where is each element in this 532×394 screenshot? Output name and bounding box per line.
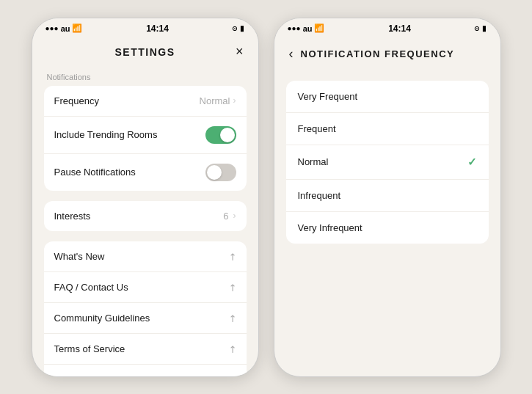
frequent-row[interactable]: Frequent: [286, 113, 489, 145]
interests-card: Interests 6 ›: [44, 201, 247, 231]
clock: 14:14: [146, 23, 169, 34]
clock-2: 14:14: [388, 23, 411, 34]
frequency-row[interactable]: Frequency Normal ›: [44, 86, 247, 117]
interests-value: 6 ›: [223, 211, 236, 222]
settings-header: SETTINGS ×: [32, 39, 258, 65]
community-label: Community Guidelines: [54, 313, 150, 324]
trending-label: Include Trending Rooms: [54, 129, 158, 140]
frequency-title: NOTIFICATION FREQUENCY: [301, 48, 455, 59]
frequency-value: Normal ›: [200, 95, 236, 106]
checkmark-icon: ✓: [467, 156, 477, 169]
signal-icon-2: ●●●: [288, 24, 301, 32]
settings-title: SETTINGS: [114, 46, 175, 58]
terms-row[interactable]: Terms of Service ↗: [44, 334, 247, 365]
toggle-knob-2: [207, 165, 222, 180]
faq-row[interactable]: FAQ / Contact Us ↗: [44, 272, 247, 303]
back-button[interactable]: ‹: [289, 46, 294, 62]
privacy-row[interactable]: Privacy Policy ↗: [44, 365, 247, 376]
pause-row[interactable]: Pause Notifications: [44, 154, 247, 191]
close-button[interactable]: ×: [236, 44, 244, 59]
status-bar-2: ●●● au 📶 14:14 ⊙ ▮: [274, 18, 500, 39]
signal-icon: ●●●: [45, 24, 59, 32]
pause-label: Pause Notifications: [54, 167, 136, 178]
status-right: ⊙ ▮: [232, 24, 244, 32]
terms-label: Terms of Service: [54, 343, 125, 354]
battery-icon: ▮: [240, 24, 244, 32]
settings-body: Notifications Frequency Normal › Include…: [32, 65, 258, 376]
carrier-label: au: [61, 24, 70, 33]
normal-row[interactable]: Normal ✓: [286, 145, 489, 180]
interests-row[interactable]: Interests 6 ›: [44, 201, 247, 231]
normal-label: Normal: [298, 156, 329, 167]
very-frequent-label: Very Frequent: [298, 91, 358, 102]
screen-record-icon-2: ⊙: [474, 25, 480, 32]
community-row[interactable]: Community Guidelines ↗: [44, 303, 247, 334]
wifi-icon-2: 📶: [314, 23, 324, 33]
screen-record-icon: ⊙: [232, 25, 238, 32]
battery-icon-2: ▮: [482, 24, 487, 32]
interests-count: 6: [223, 211, 228, 222]
notifications-label: Notifications: [47, 73, 247, 81]
carrier-label-2: au: [303, 24, 313, 33]
infrequent-label: Infrequent: [298, 190, 341, 201]
status-left: ●●● au 📶: [45, 23, 83, 33]
frequency-label: Frequency: [54, 95, 99, 106]
pause-toggle[interactable]: [205, 164, 236, 181]
external-link-icon-5: ↗: [225, 373, 238, 376]
status-right-2: ⊙ ▮: [474, 24, 487, 32]
faq-label: FAQ / Contact Us: [54, 282, 128, 293]
very-frequent-row[interactable]: Very Frequent: [286, 81, 489, 113]
frequency-body: Very Frequent Frequent Normal ✓ Infreque…: [274, 69, 500, 376]
whats-new-label: What's New: [54, 251, 105, 262]
frequency-header: ‹ NOTIFICATION FREQUENCY: [274, 39, 500, 69]
external-link-icon-2: ↗: [225, 280, 238, 293]
external-link-icon-3: ↗: [225, 311, 238, 324]
external-link-icon-1: ↗: [225, 249, 238, 263]
frequency-card: Very Frequent Frequent Normal ✓ Infreque…: [286, 81, 489, 244]
privacy-label: Privacy Policy: [54, 374, 114, 376]
whats-new-row[interactable]: What's New ↗: [44, 241, 247, 272]
very-infrequent-label: Very Infrequent: [298, 222, 362, 233]
notifications-card: Frequency Normal › Include Trending Room…: [44, 86, 247, 191]
frequency-current: Normal: [200, 95, 230, 106]
wifi-icon: 📶: [72, 23, 82, 33]
trending-row[interactable]: Include Trending Rooms: [44, 117, 247, 154]
frequent-label: Frequent: [298, 123, 336, 134]
status-bar: ●●● au 📶 14:14 ⊙ ▮: [32, 18, 258, 39]
external-link-icon-4: ↗: [225, 342, 238, 355]
frequency-phone: ●●● au 📶 14:14 ⊙ ▮ ‹ NOTIFICATION FREQUE…: [274, 18, 501, 377]
chevron-right-icon: ›: [233, 95, 236, 106]
settings-phone: ●●● au 📶 14:14 ⊙ ▮ SETTINGS × Notificati…: [32, 18, 259, 377]
very-infrequent-row[interactable]: Very Infrequent: [286, 212, 489, 244]
trending-toggle[interactable]: [205, 126, 236, 144]
chevron-right-icon-2: ›: [233, 211, 236, 221]
links-card: What's New ↗ FAQ / Contact Us ↗ Communit…: [44, 241, 247, 376]
toggle-knob: [220, 128, 235, 142]
interests-label: Interests: [54, 211, 91, 222]
infrequent-row[interactable]: Infrequent: [286, 180, 489, 212]
status-left-2: ●●● au 📶: [288, 23, 325, 33]
